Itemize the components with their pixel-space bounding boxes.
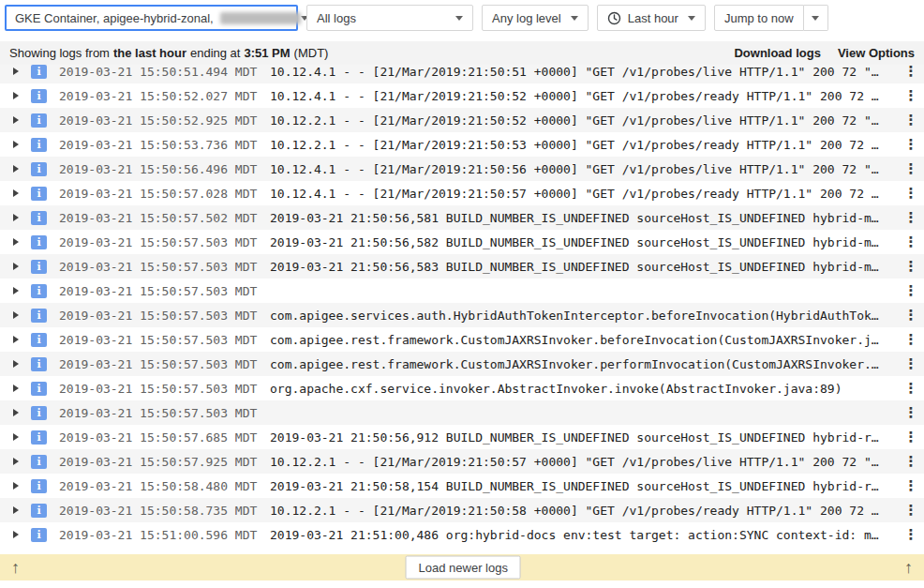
log-row[interactable]: i 2019-03-21 15:50:58.480 MDT 2019-03-21… xyxy=(0,474,924,498)
expand-arrow-icon[interactable] xyxy=(13,336,19,343)
expand-arrow-icon[interactable] xyxy=(13,189,19,197)
log-timestamp: 2019-03-21 15:50:57.503 MDT xyxy=(59,382,258,396)
expand-arrow-icon[interactable] xyxy=(13,214,19,221)
expand-arrow-icon[interactable] xyxy=(13,360,19,368)
log-row[interactable]: i 2019-03-21 15:51:00.596 MDT 2019-03-21… xyxy=(0,522,924,547)
expand-arrow-icon[interactable] xyxy=(13,263,19,270)
jump-to-now-menu-button[interactable] xyxy=(804,5,828,31)
resource-filter-dropdown[interactable]: GKE Container, apigee-hybrid-zonal, xyxy=(5,5,298,31)
log-row[interactable]: i 2019-03-21 15:50:57.503 MDT com.apigee… xyxy=(0,303,924,327)
log-timestamp: 2019-03-21 15:50:51.494 MDT xyxy=(59,65,258,79)
expand-arrow-icon[interactable] xyxy=(13,141,19,148)
status-end-time: 3:51 PM xyxy=(244,46,290,60)
log-row[interactable]: i 2019-03-21 15:50:57.502 MDT 2019-03-21… xyxy=(0,205,924,230)
log-row[interactable]: i 2019-03-21 15:50:52.925 MDT 10.12.2.1 … xyxy=(0,108,924,132)
row-menu-icon[interactable]: ⋮ xyxy=(903,282,918,299)
expand-arrow-icon[interactable] xyxy=(13,165,19,173)
log-row[interactable]: i 2019-03-21 15:50:56.496 MDT 10.12.4.1 … xyxy=(0,157,924,181)
log-row[interactable]: i 2019-03-21 15:50:57.503 MDT ⋮ xyxy=(0,279,924,303)
info-severity-icon: i xyxy=(31,187,47,201)
scroll-to-top-left-icon[interactable]: ↑ xyxy=(11,559,20,576)
log-row[interactable]: i 2019-03-21 15:50:57.503 MDT 2019-03-21… xyxy=(0,230,924,254)
log-message: org.apache.cxf.service.invoker.AbstractI… xyxy=(270,382,900,396)
log-row[interactable]: i 2019-03-21 15:50:57.503 MDT com.apigee… xyxy=(0,352,924,376)
log-row[interactable]: i 2019-03-21 15:50:53.736 MDT 10.12.2.1 … xyxy=(0,132,924,157)
row-menu-icon[interactable]: ⋮ xyxy=(903,258,918,275)
log-row[interactable]: i 2019-03-21 15:50:51.494 MDT 10.12.4.1 … xyxy=(0,65,924,83)
chevron-down-icon xyxy=(688,16,695,21)
row-menu-icon[interactable]: ⋮ xyxy=(903,526,918,543)
row-menu-icon[interactable]: ⋮ xyxy=(903,234,918,250)
log-timestamp: 2019-03-21 15:50:53.736 MDT xyxy=(59,138,258,152)
info-severity-icon: i xyxy=(31,211,47,225)
view-options-button[interactable]: View Options xyxy=(838,46,915,60)
row-menu-icon[interactable]: ⋮ xyxy=(903,380,918,397)
row-menu-icon[interactable]: ⋮ xyxy=(903,307,918,324)
log-timestamp: 2019-03-21 15:50:57.503 MDT xyxy=(59,406,258,420)
log-row[interactable]: i 2019-03-21 15:50:57.503 MDT com.apigee… xyxy=(0,327,924,352)
info-severity-icon: i xyxy=(31,357,47,371)
expand-arrow-icon[interactable] xyxy=(13,92,19,99)
log-list-inner: i 2019-03-21 15:50:51.494 MDT 10.12.4.1 … xyxy=(0,65,924,547)
expand-arrow-icon[interactable] xyxy=(13,506,19,514)
expand-arrow-icon[interactable] xyxy=(13,238,19,246)
row-menu-icon[interactable]: ⋮ xyxy=(903,404,918,421)
load-newer-logs-button[interactable]: Load newer logs xyxy=(406,556,521,580)
row-menu-icon[interactable]: ⋮ xyxy=(903,429,918,445)
footer-bar: ↑ Load newer logs ↑ xyxy=(0,554,924,580)
row-menu-icon[interactable]: ⋮ xyxy=(903,87,918,104)
log-row[interactable]: i 2019-03-21 15:50:58.735 MDT 10.12.2.1 … xyxy=(0,498,924,522)
jump-to-now-label: Jump to now xyxy=(724,11,794,25)
log-level-dropdown[interactable]: Any log level xyxy=(482,5,589,31)
time-range-dropdown[interactable]: Last hour xyxy=(597,5,706,31)
log-row[interactable]: i 2019-03-21 15:50:57.503 MDT 2019-03-21… xyxy=(0,254,924,279)
row-menu-icon[interactable]: ⋮ xyxy=(903,65,918,80)
expand-arrow-icon[interactable] xyxy=(13,116,19,124)
row-menu-icon[interactable]: ⋮ xyxy=(903,185,918,202)
log-timestamp: 2019-03-21 15:50:57.503 MDT xyxy=(59,309,258,323)
info-severity-icon: i xyxy=(31,528,47,542)
row-menu-icon[interactable]: ⋮ xyxy=(903,477,918,494)
log-message: 2019-03-21 21:50:56,581 BUILD_NUMBER_IS_… xyxy=(270,211,900,225)
expand-arrow-icon[interactable] xyxy=(13,68,19,75)
row-menu-icon[interactable]: ⋮ xyxy=(903,209,918,226)
info-severity-icon: i xyxy=(31,504,47,518)
log-timestamp: 2019-03-21 15:50:58.735 MDT xyxy=(59,504,258,518)
log-row[interactable]: i 2019-03-21 15:50:57.685 MDT 2019-03-21… xyxy=(0,425,924,449)
log-row[interactable]: i 2019-03-21 15:50:57.503 MDT org.apache… xyxy=(0,376,924,400)
log-row[interactable]: i 2019-03-21 15:50:52.027 MDT 10.12.4.1 … xyxy=(0,83,924,108)
expand-arrow-icon[interactable] xyxy=(13,458,19,465)
expand-arrow-icon[interactable] xyxy=(13,433,19,441)
log-message: 10.12.2.1 - - [21/Mar/2019:21:50:58 +000… xyxy=(270,504,900,518)
row-menu-icon[interactable]: ⋮ xyxy=(903,160,918,177)
expand-arrow-icon[interactable] xyxy=(13,482,19,490)
row-menu-icon[interactable]: ⋮ xyxy=(903,355,918,372)
chevron-down-icon xyxy=(812,16,819,21)
info-severity-icon: i xyxy=(31,455,47,469)
log-row[interactable]: i 2019-03-21 15:50:57.503 MDT ⋮ xyxy=(0,400,924,425)
info-severity-icon: i xyxy=(31,138,47,152)
log-message: 10.12.4.1 - - [21/Mar/2019:21:50:56 +000… xyxy=(270,162,900,176)
row-menu-icon[interactable]: ⋮ xyxy=(903,331,918,348)
log-row[interactable]: i 2019-03-21 15:50:57.925 MDT 10.12.2.1 … xyxy=(0,449,924,474)
log-timestamp: 2019-03-21 15:50:57.925 MDT xyxy=(59,455,258,469)
log-message: com.apigee.services.auth.HybridAuthToken… xyxy=(270,309,900,323)
log-timestamp: 2019-03-21 15:50:56.496 MDT xyxy=(59,162,258,176)
clock-icon xyxy=(607,11,621,25)
jump-to-now-button[interactable]: Jump to now xyxy=(714,5,804,31)
expand-arrow-icon[interactable] xyxy=(13,287,19,294)
logs-filter-dropdown[interactable]: All logs xyxy=(306,5,473,31)
row-menu-icon[interactable]: ⋮ xyxy=(903,453,918,470)
row-menu-icon[interactable]: ⋮ xyxy=(903,112,918,128)
log-timestamp: 2019-03-21 15:50:57.503 MDT xyxy=(59,357,258,371)
log-row[interactable]: i 2019-03-21 15:50:57.028 MDT 10.12.4.1 … xyxy=(0,181,924,205)
expand-arrow-icon[interactable] xyxy=(13,409,19,416)
download-logs-button[interactable]: Download logs xyxy=(734,46,820,60)
expand-arrow-icon[interactable] xyxy=(13,384,19,392)
log-message: 10.12.2.1 - - [21/Mar/2019:21:50:53 +000… xyxy=(270,138,900,152)
expand-arrow-icon[interactable] xyxy=(13,311,19,319)
row-menu-icon[interactable]: ⋮ xyxy=(903,502,918,519)
expand-arrow-icon[interactable] xyxy=(13,531,19,538)
row-menu-icon[interactable]: ⋮ xyxy=(903,136,918,153)
scroll-to-top-right-icon[interactable]: ↑ xyxy=(904,559,913,576)
